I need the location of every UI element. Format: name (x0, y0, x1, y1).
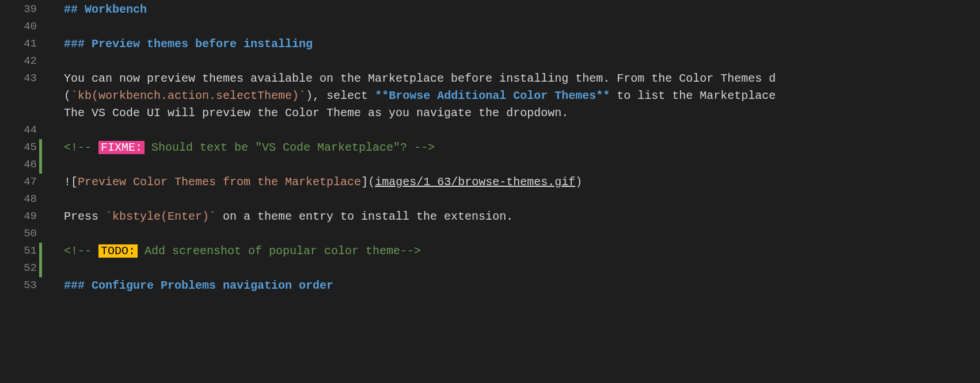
line-number: 39 (0, 1, 39, 18)
editor-line[interactable]: 39 ## Workbench (0, 1, 980, 18)
inline-code: `kbstyle(Enter)` (105, 210, 216, 223)
line-number: 53 (0, 277, 39, 294)
editor-line[interactable]: 48 (0, 191, 980, 208)
editor-line[interactable]: 40 (0, 18, 980, 36)
gutter-marker (39, 225, 42, 243)
gutter-marker (39, 174, 42, 191)
gutter-marker (39, 191, 42, 208)
gutter-marker (39, 122, 42, 139)
markdown-bold: **Browse Additional Color Themes** (375, 89, 610, 102)
gutter-marker-modified (39, 139, 42, 156)
gutter-marker (39, 70, 42, 87)
html-comment: <!-- FIXME: Should text be "VS Code Mark… (64, 139, 435, 156)
line-number: 44 (0, 122, 39, 139)
editor-line[interactable]: 53 ### Configure Problems navigation ord… (0, 277, 980, 294)
html-comment: <!-- TODO: Add screenshot of popular col… (64, 243, 421, 260)
paragraph-text: The VS Code UI will preview the Color Th… (64, 105, 568, 122)
markdown-image: ![Preview Color Themes from the Marketpl… (64, 174, 582, 191)
editor-line[interactable]: 42 (0, 53, 980, 70)
line-number: 42 (0, 53, 39, 70)
gutter-marker (39, 105, 42, 122)
gutter-marker (39, 1, 42, 18)
line-number: 41 (0, 36, 39, 52)
markdown-heading-3: ### Preview themes before installing (64, 36, 313, 53)
line-number: 51 (0, 243, 39, 259)
gutter-marker (39, 87, 42, 105)
paragraph-text: (`kb(workbench.action.selectTheme)`), se… (64, 87, 776, 105)
line-number: 49 (0, 208, 39, 225)
line-number: 47 (0, 174, 39, 190)
code-editor[interactable]: 39 ## Workbench 40 41 ### Preview themes… (0, 0, 980, 294)
gutter-marker-modified (39, 243, 42, 260)
line-number: 50 (0, 225, 39, 242)
markdown-heading-3: ### Configure Problems navigation order (64, 277, 333, 294)
line-number: 40 (0, 18, 39, 35)
editor-line[interactable]: 50 (0, 225, 980, 243)
image-url: images/1_63/browse-themes.gif (375, 175, 575, 189)
fixme-tag: FIXME: (98, 141, 145, 154)
paragraph-text: Press `kbstyle(Enter)` on a theme entry … (64, 208, 513, 225)
todo-tag: TODO: (98, 244, 138, 258)
gutter-marker-modified (39, 260, 42, 277)
paragraph-text: You can now preview themes available on … (64, 70, 776, 87)
gutter-marker-modified (39, 156, 42, 174)
gutter-marker (39, 208, 42, 225)
gutter-marker (39, 18, 42, 36)
line-number: 45 (0, 139, 39, 156)
editor-line-wrap[interactable]: (`kb(workbench.action.selectTheme)`), se… (0, 87, 980, 105)
editor-line[interactable]: 46 (0, 156, 980, 174)
editor-line[interactable]: 47 ![Preview Color Themes from the Marke… (0, 174, 980, 191)
editor-line[interactable]: 41 ### Preview themes before installing (0, 36, 980, 53)
editor-line[interactable]: 49 Press `kbstyle(Enter)` on a theme ent… (0, 208, 980, 225)
gutter-marker (39, 36, 42, 53)
editor-line[interactable]: 43 You can now preview themes available … (0, 70, 980, 87)
editor-line-wrap[interactable]: The VS Code UI will preview the Color Th… (0, 105, 980, 122)
line-number: 48 (0, 191, 39, 208)
editor-line[interactable]: 44 (0, 122, 980, 139)
image-alt-text: Preview Color Themes from the Marketplac… (78, 175, 361, 189)
markdown-heading-2: ## Workbench (64, 1, 147, 18)
gutter-marker (39, 53, 42, 70)
editor-line[interactable]: 45 <!-- FIXME: Should text be "VS Code M… (0, 139, 980, 156)
line-number: 52 (0, 260, 39, 277)
editor-line[interactable]: 51 <!-- TODO: Add screenshot of popular … (0, 243, 980, 260)
editor-line[interactable]: 52 (0, 260, 980, 277)
line-number: 46 (0, 156, 39, 173)
line-number: 43 (0, 70, 39, 87)
inline-code: `kb(workbench.action.selectTheme)` (71, 89, 306, 102)
gutter-marker (39, 277, 42, 294)
